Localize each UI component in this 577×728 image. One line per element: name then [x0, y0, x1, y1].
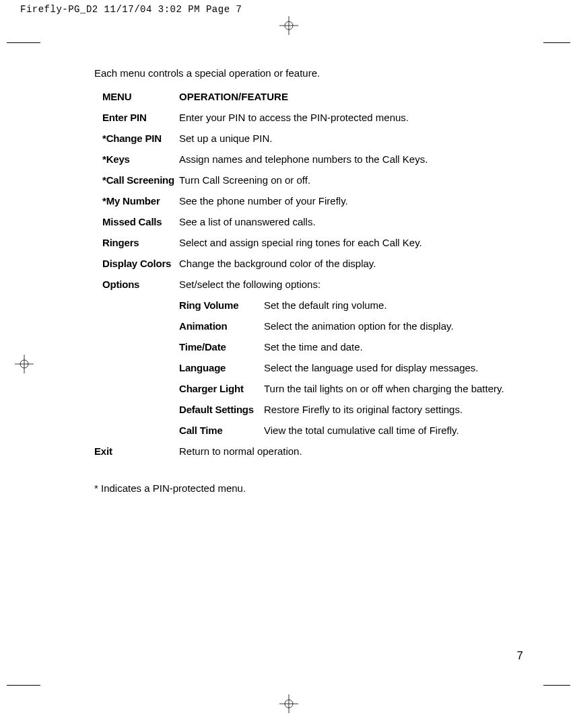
crop-mark	[543, 42, 570, 43]
registration-mark-icon	[15, 355, 34, 373]
menu-label: Missed Calls	[94, 216, 179, 227]
menu-desc: Return to normal operation.	[179, 445, 523, 457]
menu-desc: See the phone number of your Firefly.	[179, 195, 523, 207]
menu-label: *My Number	[94, 195, 179, 207]
menu-label: Exit	[94, 445, 179, 457]
table-row: *Call Screening Turn Call Screening on o…	[94, 174, 523, 186]
page-content: Each menu controls a special operation o…	[94, 67, 523, 494]
registration-mark-icon	[279, 16, 298, 35]
table-row: Exit Return to normal operation.	[94, 445, 523, 457]
subtable-row: Charger Light Turn the tail lights on or…	[179, 383, 523, 394]
menu-desc: Select and assign special ring tones for…	[179, 237, 523, 248]
subtable-row: Language Select the language used for di…	[179, 362, 523, 373]
sub-menu-desc: Restore Firefly to its original factory …	[264, 404, 523, 415]
options-intro: Set/select the following options:	[179, 279, 523, 290]
table-row: Ringers Select and assign special ring t…	[94, 237, 523, 248]
menu-desc: Change the background color of the displ…	[179, 258, 523, 269]
menu-label: Display Colors	[94, 258, 179, 269]
sub-menu-desc: Select the language used for display mes…	[264, 362, 523, 373]
table-row: *Keys Assign names and telephone numbers…	[94, 153, 523, 165]
sub-menu-label: Default Settings	[179, 404, 264, 415]
header-menu: MENU	[94, 91, 179, 102]
menu-desc: Set/select the following options: Ring V…	[179, 279, 523, 436]
footnote: * Indicates a PIN-protected menu.	[94, 482, 523, 494]
menu-desc: Enter your PIN to access the PIN-protect…	[179, 112, 523, 123]
crop-mark	[7, 42, 40, 43]
sub-menu-label: Animation	[179, 320, 264, 332]
table-row: *Change PIN Set up a unique PIN.	[94, 133, 523, 144]
menu-label: Options	[94, 279, 179, 436]
crop-mark	[543, 685, 570, 686]
subtable-row: Default Settings Restore Firefly to its …	[179, 404, 523, 415]
intro-text: Each menu controls a special operation o…	[94, 67, 523, 79]
sub-menu-label: Language	[179, 362, 264, 373]
subtable-row: Ring Volume Set the default ring volume.	[179, 299, 523, 311]
print-slug: Firefly-PG_D2 11/17/04 3:02 PM Page 7	[0, 0, 577, 15]
menu-desc: Turn Call Screening on or off.	[179, 174, 523, 186]
subtable-row: Time/Date Set the time and date.	[179, 341, 523, 353]
menu-label: *Change PIN	[94, 133, 179, 144]
menu-desc: Assign names and telephone numbers to th…	[179, 153, 523, 165]
table-row: *My Number See the phone number of your …	[94, 195, 523, 207]
sub-menu-desc: Turn the tail lights on or off when char…	[264, 383, 523, 394]
sub-menu-label: Ring Volume	[179, 299, 264, 311]
sub-menu-desc: Select the animation option for the disp…	[264, 320, 523, 332]
menu-desc: Set up a unique PIN.	[179, 133, 523, 144]
subtable-row: Animation Select the animation option fo…	[179, 320, 523, 332]
table-row: Display Colors Change the background col…	[94, 258, 523, 269]
sub-menu-desc: View the total cumulative call time of F…	[264, 425, 523, 436]
subtable-row: Call Time View the total cumulative call…	[179, 425, 523, 436]
table-row: Enter PIN Enter your PIN to access the P…	[94, 112, 523, 123]
table-row: Missed Calls See a list of unanswered ca…	[94, 216, 523, 227]
menu-label: Enter PIN	[94, 112, 179, 123]
header-desc: OPERATION/FEATURE	[179, 91, 523, 102]
sub-menu-desc: Set the default ring volume.	[264, 299, 523, 311]
registration-mark-icon	[279, 694, 298, 713]
menu-label: *Keys	[94, 153, 179, 165]
page-number: 7	[517, 649, 523, 663]
crop-mark	[7, 685, 40, 686]
table-header: MENU OPERATION/FEATURE	[94, 91, 523, 102]
options-subtable: Ring Volume Set the default ring volume.…	[179, 299, 523, 436]
menu-label: Ringers	[94, 237, 179, 248]
sub-menu-label: Charger Light	[179, 383, 264, 394]
menu-label: *Call Screening	[94, 174, 179, 186]
sub-menu-label: Time/Date	[179, 341, 264, 353]
sub-menu-label: Call Time	[179, 425, 264, 436]
sub-menu-desc: Set the time and date.	[264, 341, 523, 353]
table-row: Options Set/select the following options…	[94, 279, 523, 436]
menu-desc: See a list of unanswered calls.	[179, 216, 523, 227]
